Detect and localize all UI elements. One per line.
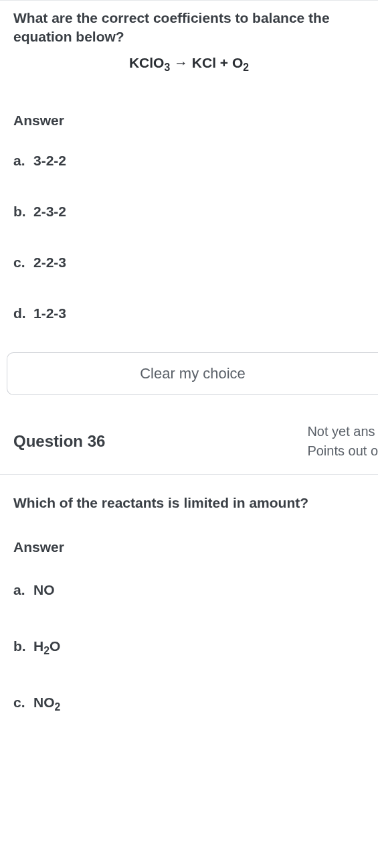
answer-option-36-c[interactable]: c. NO2 — [13, 674, 365, 731]
answer-option-35-a[interactable]: a. 3-2-2 — [13, 135, 365, 186]
clear-my-choice-button[interactable]: Clear my choice — [7, 352, 378, 395]
answer-options-36: a. NO b. H2O c. NO2 — [0, 562, 378, 731]
answer-option-35-b[interactable]: b. 2-3-2 — [13, 186, 365, 237]
question-35-block: What are the correct coefficients to bal… — [0, 0, 378, 395]
status-not-yet-answered: Not yet ans — [307, 422, 378, 441]
option-text: H2O — [33, 638, 60, 654]
option-text: NO — [33, 582, 55, 598]
question-36-number: Question 36 — [13, 432, 105, 451]
option-letter: b. — [13, 638, 33, 654]
answer-label-35: Answer — [0, 91, 378, 135]
option-text: 2-2-3 — [33, 255, 66, 271]
answer-option-36-b[interactable]: b. H2O — [13, 618, 365, 674]
question-35-prompt: What are the correct coefficients to bal… — [0, 0, 378, 52]
question-36-block: Which of the reactants is limited in amo… — [0, 475, 378, 731]
option-text: NO2 — [33, 695, 60, 711]
option-letter: b. — [13, 204, 33, 220]
answer-option-36-a[interactable]: a. NO — [13, 562, 365, 618]
question-36-prompt: Which of the reactants is limited in amo… — [0, 475, 378, 518]
answer-options-35: a. 3-2-2 b. 2-3-2 c. 2-2-3 d. 1-2-3 — [0, 135, 378, 339]
option-letter: a. — [13, 153, 33, 169]
option-letter: a. — [13, 582, 33, 598]
option-letter: c. — [13, 695, 33, 711]
question-36-status: Not yet ans Points out o — [307, 422, 378, 461]
question-35-equation: KClO3 → KCl + O2 — [0, 52, 378, 91]
answer-option-35-c[interactable]: c. 2-2-3 — [13, 237, 365, 288]
option-letter: d. — [13, 305, 33, 321]
status-points-out-of: Points out o — [307, 441, 378, 461]
option-text: 2-3-2 — [33, 204, 66, 220]
answer-label-36: Answer — [0, 518, 378, 562]
option-text: 3-2-2 — [33, 153, 66, 169]
option-text: 1-2-3 — [33, 305, 66, 321]
answer-option-35-d[interactable]: d. 1-2-3 — [13, 288, 365, 339]
option-letter: c. — [13, 255, 33, 271]
question-36-header: Question 36 Not yet ans Points out o — [0, 395, 378, 475]
